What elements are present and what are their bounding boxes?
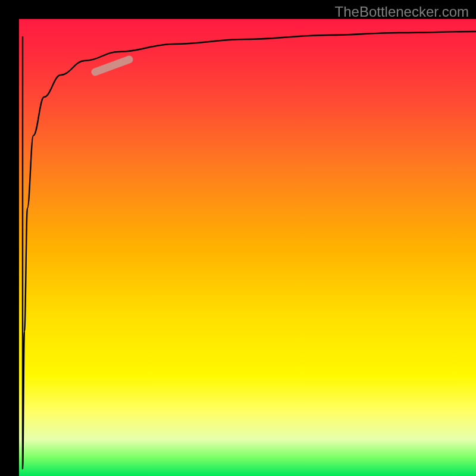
chart-svg	[19, 19, 476, 476]
attribution-label: TheBottlenecker.com	[335, 4, 469, 20]
bottleneck-curve	[23, 32, 476, 469]
curve-marker	[95, 60, 129, 72]
chart-container	[19, 19, 476, 476]
